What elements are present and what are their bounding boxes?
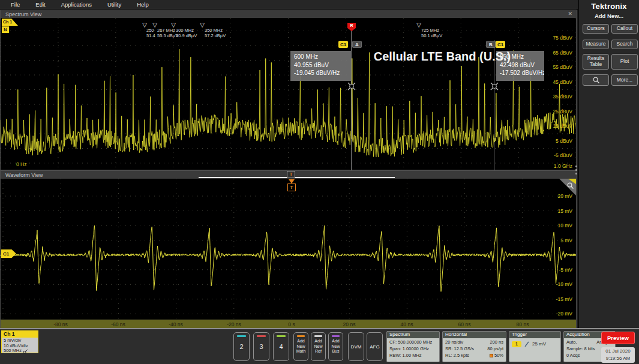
spectrum-y-label: 5 dBuV: [556, 138, 572, 144]
afg-button[interactable]: AFG: [367, 332, 383, 361]
cursor-x-icon[interactable]: [347, 82, 356, 91]
channel-4-button[interactable]: 4: [273, 332, 289, 361]
waveform-y-label: 15 mV: [557, 208, 572, 214]
clock-time: 9:19:56 AM: [601, 355, 635, 362]
spectrum-view: Spectrum View ✕ Ch 1 N ▽ ▽ ▽ ▽ ▽ 25051.4…: [0, 10, 577, 170]
waveform-y-label: -5 mV: [559, 267, 572, 273]
cursor-x-icon[interactable]: [490, 82, 499, 91]
oscilloscope-app: File Edit Applications Utility Help Spec…: [0, 0, 639, 364]
horizontal-position: 50%: [494, 353, 503, 359]
sample-rate: SR: 12.5 GS/s: [445, 346, 474, 353]
menu-bar: File Edit Applications Utility Help: [0, 0, 578, 10]
bus-color-stripe: [332, 335, 340, 337]
waveform-y-label: -15 mV: [556, 296, 572, 302]
trigger-source-badge: 1: [512, 341, 521, 347]
marker-label: 300 MHz50.9 dBµV: [176, 28, 197, 38]
waveform-x-label: 20 ns: [343, 321, 356, 327]
resolution: 80 ps/pt: [487, 346, 503, 353]
ch1-badge-title: Ch 1: [2, 331, 38, 338]
horizontal-panel[interactable]: Horizontal 20 ns/div200 ns SR: 12.5 GS/s…: [442, 331, 506, 362]
channel-3-button[interactable]: 3: [253, 332, 269, 361]
menu-edit[interactable]: Edit: [35, 1, 45, 8]
waveform-y-label: 5 mV: [560, 237, 572, 243]
callout-annotation[interactable]: Cellular LTE Band (U.S.): [355, 50, 530, 64]
spectrum-view-title: Spectrum View: [5, 11, 41, 17]
trigger-position-icon: [490, 354, 493, 357]
cursor-b-badge[interactable]: B: [486, 41, 496, 48]
spectrum-settings-panel[interactable]: Spectrum CF: 500.000000 MHz Span: 1.0000…: [386, 331, 440, 362]
trace-indicator-badge: N: [2, 26, 9, 33]
close-icon[interactable]: ✕: [568, 10, 572, 18]
preview-button[interactable]: Preview: [601, 332, 635, 344]
clock-date: 01 Jul 2020: [601, 348, 635, 355]
marker-label: 725 MHz50.1 dBµV: [421, 28, 442, 38]
channel-2-button[interactable]: 2: [233, 332, 250, 361]
add-new-ref-button[interactable]: AddNewRef: [311, 332, 326, 361]
menu-applications[interactable]: Applications: [61, 1, 92, 8]
trigger-panel-title: Trigger: [509, 332, 560, 338]
search-button[interactable]: Search: [611, 40, 638, 49]
zoom-button-icon: [592, 76, 600, 84]
trigger-arrow-icon[interactable]: [289, 179, 295, 183]
add-new-bus-button[interactable]: AddNewBus: [328, 332, 343, 361]
menu-help[interactable]: Help: [137, 1, 149, 8]
spectrum-y-label: 25 dBuV: [553, 109, 572, 115]
more-button[interactable]: More...: [611, 74, 638, 86]
spectrum-rbw: RBW: 1.00 MHz: [389, 353, 437, 359]
spectrum-y-label: 55 dBuV: [553, 64, 572, 70]
spectrum-y-label: 45 dBuV: [553, 79, 572, 85]
record-length: RL: 2.5 kpts: [445, 353, 469, 359]
spectrum-x-start-label: 0 Hz: [16, 161, 26, 167]
spectrum-y-label: 75 dBuV: [553, 35, 572, 41]
spectrum-cf: CF: 500.000000 MHz: [389, 339, 437, 346]
menu-file[interactable]: File: [11, 1, 20, 8]
marker-label: 25051.4: [146, 28, 155, 38]
cursor-a-readout[interactable]: 600 MHz 40.955 dBuV -19.045 dBuV/Hz: [290, 51, 352, 81]
ch4-color-stripe: [277, 335, 286, 337]
waveform-plot: [1, 179, 576, 320]
trigger-indicator-icon[interactable]: T: [287, 183, 296, 191]
results-table-button[interactable]: Results Table: [583, 54, 609, 70]
cursor-a-badge[interactable]: A: [352, 41, 362, 48]
right-panel: Tektronix Add New... Cursors Callout Mea…: [578, 0, 639, 328]
tektronix-logo: Tektronix: [579, 2, 639, 11]
trigger-level: 25 mV: [532, 341, 546, 348]
waveform-y-label: -10 mV: [556, 281, 572, 287]
callout-button[interactable]: Callout: [611, 24, 638, 34]
measure-button[interactable]: Measure: [583, 40, 609, 49]
cursor-a-channel-badge[interactable]: C1: [338, 41, 348, 48]
cursor-b-channel-badge[interactable]: C1: [496, 41, 505, 48]
marker-label: 350 MHz57.2 dBµV: [205, 28, 226, 38]
trigger-panel[interactable]: Trigger 1 25 mV: [509, 331, 561, 362]
spectrum-y-label: 15 dBuV: [553, 123, 572, 129]
rising-edge-icon: [524, 341, 530, 347]
acquisition-mode: Auto,: [566, 339, 577, 346]
spectrum-view-titlebar: Spectrum View ✕: [1, 10, 576, 18]
spectrum-x-end-label: 1.0 GHz: [554, 163, 572, 169]
waveform-y-label: -20 mV: [556, 311, 572, 317]
peak-marker-icon[interactable]: ▽: [416, 22, 421, 28]
pan-zoom-bar[interactable]: [199, 177, 395, 178]
horizontal-scale: 20 ns/div: [445, 339, 463, 346]
menu-utility[interactable]: Utility: [107, 1, 121, 8]
dvm-button[interactable]: DVM: [348, 332, 364, 361]
zoom-mode-button[interactable]: [583, 74, 609, 86]
waveform-view-title: Waveform View: [5, 172, 43, 178]
add-new-math-button[interactable]: AddNewMath: [293, 332, 308, 361]
cursors-button[interactable]: Cursors: [583, 24, 609, 34]
clock: 01 Jul 2020 9:19:56 AM: [601, 347, 635, 363]
peak-marker-icon[interactable]: ▽: [200, 22, 205, 28]
plot-button[interactable]: Plot: [611, 54, 638, 70]
trigger-position-handle[interactable]: T: [287, 171, 295, 178]
waveform-x-label: -60 ns: [111, 321, 125, 327]
waveform-x-label: -40 ns: [169, 321, 183, 327]
splitter-handle[interactable]: [575, 166, 577, 175]
waveform-view: Waveform View T T C1 20 mV 15 mV 10 mV 5…: [0, 170, 577, 328]
waveform-x-label: -20 ns: [227, 321, 241, 327]
magnifier-icon[interactable]: [566, 181, 574, 192]
ch1-badge[interactable]: Ch 1 5 mV/div 10 dBuV/div 500 MHz: [1, 330, 38, 353]
ch1-bandwidth: 500 MHz: [4, 348, 22, 354]
probe-icon: [23, 349, 28, 354]
waveform-x-label: 40 ns: [401, 321, 413, 327]
add-new-header: Add New...: [579, 13, 639, 19]
